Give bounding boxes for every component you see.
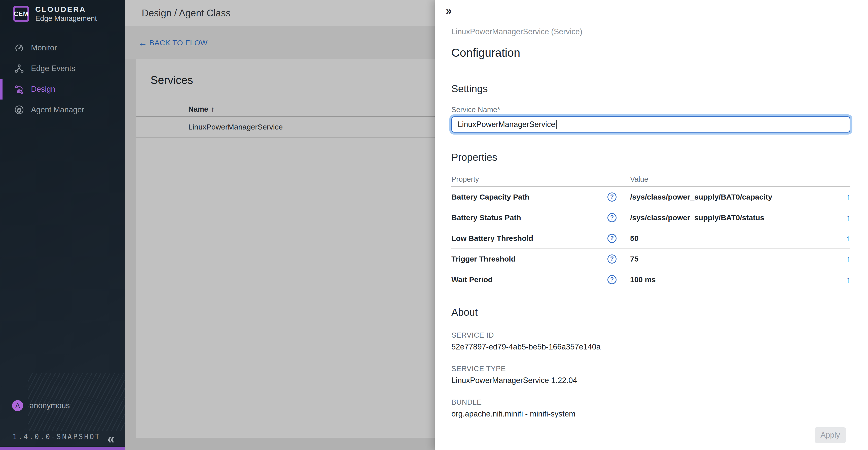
brand-product: Edge Management: [35, 15, 97, 23]
brand-name: CLOUDERA: [35, 5, 97, 13]
layers-icon: [14, 105, 24, 115]
properties-table-header: Property Value: [452, 172, 850, 187]
help-icon[interactable]: ?: [608, 254, 617, 263]
property-name: Low Battery Threshold: [452, 234, 608, 243]
sidebar-menu: Monitor Edge Events: [0, 37, 125, 120]
cem-logo-badge: CEM: [13, 6, 29, 22]
properties-table: Property Value Battery Capacity Path ? /…: [452, 172, 850, 290]
help-icon[interactable]: ?: [608, 234, 617, 243]
property-name: Battery Status Path: [452, 214, 608, 222]
service-name-input[interactable]: LinuxPowerManagerService: [452, 116, 850, 133]
sidebar-accent-strip: [0, 447, 125, 450]
property-column-header: Property: [452, 175, 608, 184]
about-field-bundle: BUNDLE org.apache.nifi.minifi - minifi-s…: [452, 398, 850, 419]
configuration-drawer: » LinuxPowerManagerService (Service) Con…: [435, 0, 868, 450]
property-value[interactable]: /sys/class/power_supply/BAT0/status: [630, 214, 833, 222]
sidebar-item-label: Edge Events: [31, 64, 75, 73]
about-heading: About: [452, 307, 850, 318]
property-row[interactable]: Low Battery Threshold ? 50 ↑: [452, 228, 850, 249]
user-row[interactable]: A anonymous: [12, 400, 70, 411]
about-field-label: SERVICE ID: [452, 331, 850, 339]
app-version: 1.4.0.0-SNAPSHOT: [12, 432, 101, 441]
property-row[interactable]: Wait Period ? 100 ms ↑: [452, 269, 850, 290]
about-field-service-type: SERVICE TYPE LinuxPowerManagerService 1.…: [452, 365, 850, 385]
drawer-breadcrumb: LinuxPowerManagerService (Service): [452, 27, 850, 36]
parameter-arrow-icon[interactable]: ↑: [833, 192, 850, 202]
properties-heading: Properties: [452, 152, 850, 163]
property-row[interactable]: Battery Capacity Path ? /sys/class/power…: [452, 187, 850, 207]
help-icon[interactable]: ?: [608, 193, 617, 202]
sidebar-item-agent-manager[interactable]: Agent Manager: [0, 100, 125, 120]
sidebar-item-label: Monitor: [31, 43, 57, 52]
user-name: anonymous: [29, 401, 70, 410]
sidebar-item-edge-events[interactable]: Edge Events: [0, 58, 125, 79]
property-value[interactable]: 75: [630, 255, 833, 263]
property-name: Battery Capacity Path: [452, 193, 608, 201]
property-value[interactable]: 50: [630, 234, 833, 243]
parameter-arrow-icon[interactable]: ↑: [833, 254, 850, 264]
drawer-backdrop[interactable]: [125, 0, 435, 450]
help-icon[interactable]: ?: [608, 275, 617, 284]
sidebar-item-monitor[interactable]: Monitor: [0, 37, 125, 58]
about-field-service-id: SERVICE ID 52e77897-ed79-4ab5-be5b-166a3…: [452, 331, 850, 351]
about-field-label: BUNDLE: [452, 398, 850, 406]
sidebar-item-label: Agent Manager: [31, 105, 84, 114]
sidebar-collapse-icon[interactable]: «: [107, 432, 115, 446]
drawer-title: Configuration: [452, 46, 850, 59]
settings-heading: Settings: [452, 83, 850, 94]
cem-badge-text: CEM: [14, 10, 29, 18]
service-name-input-value: LinuxPowerManagerService: [458, 120, 555, 129]
avatar-initial: A: [16, 402, 20, 410]
property-value[interactable]: 100 ms: [630, 275, 833, 284]
avatar: A: [12, 400, 23, 411]
about-field-value: LinuxPowerManagerService 1.22.04: [452, 376, 850, 385]
about-field-value: 52e77897-ed79-4ab5-be5b-166a357e140a: [452, 342, 850, 351]
parameter-arrow-icon[interactable]: ↑: [833, 233, 850, 243]
text-cursor: [556, 120, 557, 129]
sidebar: CEM CLOUDERA Edge Management Monitor: [0, 0, 125, 450]
property-row[interactable]: Battery Status Path ? /sys/class/power_s…: [452, 207, 850, 228]
help-icon[interactable]: ?: [608, 213, 617, 222]
service-name-label: Service Name*: [452, 106, 850, 114]
about-field-value: org.apache.nifi.minifi - minifi-system: [452, 410, 850, 419]
property-row[interactable]: Trigger Threshold ? 75 ↑: [452, 249, 850, 269]
network-icon: [14, 64, 24, 73]
app-logo: CEM CLOUDERA Edge Management: [0, 0, 125, 23]
property-name: Trigger Threshold: [452, 255, 608, 263]
value-column-header: Value: [630, 175, 833, 184]
flow-icon: [14, 84, 24, 94]
sidebar-item-design[interactable]: Design: [0, 79, 125, 100]
property-value[interactable]: /sys/class/power_supply/BAT0/capacity: [630, 193, 833, 201]
parameter-arrow-icon[interactable]: ↑: [833, 213, 850, 223]
drawer-collapse-icon[interactable]: »: [446, 5, 461, 17]
parameter-arrow-icon[interactable]: ↑: [833, 275, 850, 284]
property-name: Wait Period: [452, 275, 608, 284]
brand-block: CLOUDERA Edge Management: [35, 5, 97, 23]
apply-button[interactable]: Apply: [815, 427, 846, 443]
main-area: Design / Agent Class ← BACK TO FLOW Serv…: [125, 0, 435, 450]
about-field-label: SERVICE TYPE: [452, 365, 850, 373]
sidebar-item-label: Design: [31, 85, 55, 94]
gauge-icon: [14, 43, 24, 53]
